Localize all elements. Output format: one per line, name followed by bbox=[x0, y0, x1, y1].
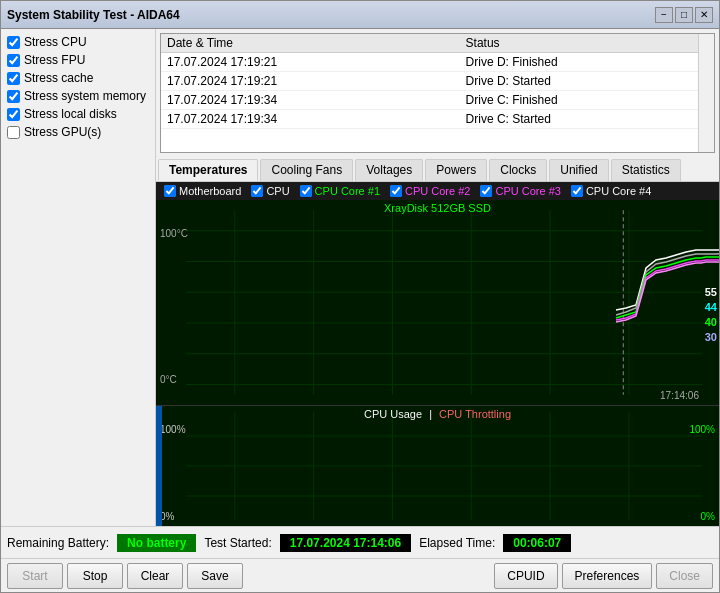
main-content: Stress CPU Stress FPU Stress cache Stres… bbox=[1, 29, 719, 526]
log-table: Date & Time Status 17.07.2024 17:19:21Dr… bbox=[161, 34, 714, 129]
checkbox-stress-gpus[interactable]: Stress GPU(s) bbox=[3, 123, 153, 141]
checkbox-stress-local-disks-label: Stress local disks bbox=[24, 107, 117, 121]
legend-cpu-core-1: CPU Core #1 bbox=[300, 185, 380, 197]
checkbox-stress-gpus-input[interactable] bbox=[7, 126, 20, 139]
temp-y-max: 100°C bbox=[160, 228, 188, 239]
temp-x-time: 17:14:06 bbox=[660, 390, 699, 401]
checkbox-stress-cache-label: Stress cache bbox=[24, 71, 93, 85]
clear-button[interactable]: Clear bbox=[127, 563, 183, 589]
legend-motherboard: Motherboard bbox=[164, 185, 241, 197]
remaining-battery-value: No battery bbox=[117, 534, 196, 552]
log-row[interactable]: 17.07.2024 17:19:34Drive C: Finished bbox=[161, 91, 714, 110]
temp-chart-canvas: XrayDisk 512GB SSD 100°C 0°C 17:14:06 bbox=[156, 200, 719, 405]
main-window: System Stability Test - AIDA64 − □ ✕ Str… bbox=[0, 0, 720, 593]
elapsed-time-label: Elapsed Time: bbox=[419, 536, 495, 550]
log-cell-datetime: 17.07.2024 17:19:21 bbox=[161, 72, 460, 91]
bottom-bar: Start Stop Clear Save CPUID Preferences … bbox=[1, 558, 719, 592]
log-cell-datetime: 17.07.2024 17:19:34 bbox=[161, 110, 460, 129]
temp-chart-legend: Motherboard CPU CPU Core #1 CPU Cor bbox=[156, 182, 719, 200]
log-cell-datetime: 17.07.2024 17:19:21 bbox=[161, 53, 460, 72]
tab-temperatures[interactable]: Temperatures bbox=[158, 159, 258, 181]
start-button[interactable]: Start bbox=[7, 563, 63, 589]
checkbox-stress-cpu-label: Stress CPU bbox=[24, 35, 87, 49]
log-table-container: Date & Time Status 17.07.2024 17:19:21Dr… bbox=[160, 33, 715, 153]
save-button[interactable]: Save bbox=[187, 563, 243, 589]
pipe-separator: | bbox=[429, 408, 432, 420]
checkbox-stress-system-memory-label: Stress system memory bbox=[24, 89, 146, 103]
checkbox-stress-fpu-label: Stress FPU bbox=[24, 53, 85, 67]
temp-val-55: 55 bbox=[705, 286, 717, 298]
checkbox-stress-cpu[interactable]: Stress CPU bbox=[3, 33, 153, 51]
cpu-y-min-right: 0% bbox=[701, 511, 715, 522]
cpu-y-min-left: 0% bbox=[160, 511, 174, 522]
remaining-battery-label: Remaining Battery: bbox=[7, 536, 109, 550]
temp-val-40: 40 bbox=[705, 316, 717, 328]
tab-cooling-fans[interactable]: Cooling Fans bbox=[260, 159, 353, 181]
temp-val-30: 30 bbox=[705, 331, 717, 343]
legend-cpu-core-3: CPU Core #3 bbox=[480, 185, 560, 197]
cpuid-button[interactable]: CPUID bbox=[494, 563, 557, 589]
stop-button[interactable]: Stop bbox=[67, 563, 123, 589]
log-cell-status: Drive C: Finished bbox=[460, 91, 714, 110]
cpu-chart: CPU Usage | CPU Throttling 100% 0% 100% … bbox=[156, 406, 719, 526]
cpu-y-max-right: 100% bbox=[689, 424, 715, 435]
legend-cpu-core-2: CPU Core #2 bbox=[390, 185, 470, 197]
temp-y-min: 0°C bbox=[160, 374, 177, 385]
minimize-button[interactable]: − bbox=[655, 7, 673, 23]
temp-chart: Motherboard CPU CPU Core #1 CPU Cor bbox=[156, 182, 719, 406]
cpu-throttling-label: CPU Throttling bbox=[439, 408, 511, 420]
charts-area: Motherboard CPU CPU Core #1 CPU Cor bbox=[156, 182, 719, 526]
window-title: System Stability Test - AIDA64 bbox=[7, 8, 180, 22]
tab-voltages[interactable]: Voltages bbox=[355, 159, 423, 181]
titlebar: System Stability Test - AIDA64 − □ ✕ bbox=[1, 1, 719, 29]
blue-band bbox=[156, 406, 162, 526]
log-row[interactable]: 17.07.2024 17:19:21Drive D: Started bbox=[161, 72, 714, 91]
checkbox-stress-fpu[interactable]: Stress FPU bbox=[3, 51, 153, 69]
preferences-button[interactable]: Preferences bbox=[562, 563, 653, 589]
tabs-container: TemperaturesCooling FansVoltagesPowersCl… bbox=[156, 157, 719, 182]
checkbox-stress-local-disks-input[interactable] bbox=[7, 108, 20, 121]
test-started-value: 17.07.2024 17:14:06 bbox=[280, 534, 411, 552]
checkbox-stress-cpu-input[interactable] bbox=[7, 36, 20, 49]
temp-chart-subtitle: XrayDisk 512GB SSD bbox=[384, 202, 491, 214]
status-bar: Remaining Battery: No battery Test Start… bbox=[1, 526, 719, 558]
temp-values: 55 44 40 30 bbox=[705, 286, 717, 343]
tab-clocks[interactable]: Clocks bbox=[489, 159, 547, 181]
log-row[interactable]: 17.07.2024 17:19:21Drive D: Finished bbox=[161, 53, 714, 72]
checkbox-stress-system-memory[interactable]: Stress system memory bbox=[3, 87, 153, 105]
test-started-label: Test Started: bbox=[204, 536, 271, 550]
log-cell-status: Drive C: Started bbox=[460, 110, 714, 129]
log-row[interactable]: 17.07.2024 17:19:34Drive C: Started bbox=[161, 110, 714, 129]
left-panel: Stress CPU Stress FPU Stress cache Stres… bbox=[1, 29, 156, 526]
right-panel: Date & Time Status 17.07.2024 17:19:21Dr… bbox=[156, 29, 719, 526]
temp-grid-svg bbox=[156, 200, 719, 405]
cpu-y-max-left: 100% bbox=[160, 424, 186, 435]
close-button[interactable]: ✕ bbox=[695, 7, 713, 23]
log-cell-datetime: 17.07.2024 17:19:34 bbox=[161, 91, 460, 110]
tab-statistics[interactable]: Statistics bbox=[611, 159, 681, 181]
log-cell-status: Drive D: Finished bbox=[460, 53, 714, 72]
legend-cpu: CPU bbox=[251, 185, 289, 197]
elapsed-time-value: 00:06:07 bbox=[503, 534, 571, 552]
checkbox-stress-cache[interactable]: Stress cache bbox=[3, 69, 153, 87]
checkbox-stress-system-memory-input[interactable] bbox=[7, 90, 20, 103]
checkbox-stress-cache-input[interactable] bbox=[7, 72, 20, 85]
window-controls: − □ ✕ bbox=[655, 7, 713, 23]
col-datetime: Date & Time bbox=[161, 34, 460, 53]
temp-val-44: 44 bbox=[705, 301, 717, 313]
cpu-usage-label: CPU Usage bbox=[364, 408, 422, 420]
scrollbar[interactable] bbox=[698, 34, 714, 152]
col-status: Status bbox=[460, 34, 714, 53]
cpu-chart-title: CPU Usage | CPU Throttling bbox=[364, 408, 511, 420]
checkbox-stress-gpus-label: Stress GPU(s) bbox=[24, 125, 101, 139]
close-button-bottom[interactable]: Close bbox=[656, 563, 713, 589]
maximize-button[interactable]: □ bbox=[675, 7, 693, 23]
checkbox-stress-local-disks[interactable]: Stress local disks bbox=[3, 105, 153, 123]
legend-cpu-core-4: CPU Core #4 bbox=[571, 185, 651, 197]
log-cell-status: Drive D: Started bbox=[460, 72, 714, 91]
tab-powers[interactable]: Powers bbox=[425, 159, 487, 181]
cpu-grid-svg bbox=[156, 406, 719, 526]
checkbox-stress-fpu-input[interactable] bbox=[7, 54, 20, 67]
tab-unified[interactable]: Unified bbox=[549, 159, 608, 181]
